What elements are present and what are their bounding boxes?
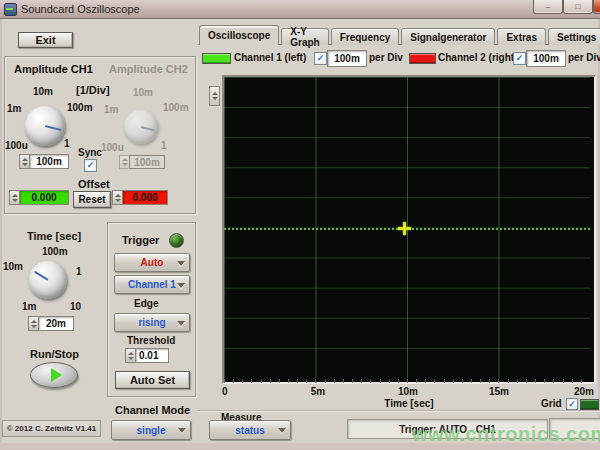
ch2-knob-tick-10m: 10m bbox=[133, 87, 153, 98]
time-knob[interactable] bbox=[29, 261, 67, 299]
amplitude-ch2-value: 100m bbox=[119, 155, 165, 169]
channel1-scale-field[interactable]: 100m bbox=[327, 50, 367, 67]
time-value-spinner[interactable] bbox=[28, 316, 38, 331]
chevron-down-icon bbox=[278, 428, 286, 433]
channel2-enable-checkbox[interactable] bbox=[513, 52, 526, 65]
time-value[interactable]: 20m bbox=[28, 316, 74, 331]
trigger-group: Trigger Auto Channel 1 Edge rising Thres… bbox=[107, 222, 196, 397]
chevron-down-icon bbox=[178, 428, 186, 433]
time-title: Time [sec] bbox=[27, 230, 81, 242]
ch2-knob-needle bbox=[141, 126, 155, 131]
ch1-knob-needle bbox=[45, 125, 62, 131]
channel1-legend-label: Channel 1 (left) bbox=[234, 52, 306, 63]
x-tick-10m: 10m bbox=[395, 386, 421, 397]
offset-ch1-spinner[interactable] bbox=[9, 190, 19, 205]
tab-oscilloscope[interactable]: Oscilloscope bbox=[199, 25, 279, 45]
close-button[interactable]: ✕ bbox=[593, 0, 600, 14]
amplitude-ch2-knob bbox=[124, 110, 158, 144]
ch2-value-spinner bbox=[119, 155, 129, 169]
cursor-crosshair-v[interactable] bbox=[403, 222, 406, 235]
time-knob-tick-100m: 100m bbox=[42, 246, 68, 257]
minimize-button[interactable]: – bbox=[533, 0, 563, 14]
amplitude-ch1-knob[interactable] bbox=[25, 106, 65, 146]
minimize-icon: – bbox=[546, 2, 550, 11]
ch2-knob-tick-1: 1 bbox=[161, 140, 167, 151]
grid-checkbox[interactable] bbox=[566, 398, 578, 410]
ch1-knob-tick-1m: 1m bbox=[7, 103, 21, 114]
x-tick-15m: 15m bbox=[486, 386, 512, 397]
channel1-per-div-label: per Div bbox=[369, 52, 403, 63]
scope-plot-area[interactable] bbox=[224, 77, 590, 378]
time-knob-tick-1: 1 bbox=[76, 266, 82, 277]
ch1-knob-tick-1: 1 bbox=[64, 138, 70, 149]
tab-page-divider bbox=[198, 410, 600, 411]
channel-mode-dropdown[interactable]: single bbox=[111, 420, 191, 440]
time-knob-tick-1m: 1m bbox=[22, 301, 36, 312]
tab-signalgenerator[interactable]: Signalgenerator bbox=[401, 28, 495, 45]
threshold-spinner[interactable] bbox=[125, 348, 135, 363]
watermark: www.cntronics.com bbox=[412, 423, 600, 446]
x-tick-5m: 5m bbox=[307, 386, 329, 397]
channel2-per-div-label: per Div bbox=[568, 52, 600, 63]
trigger-edge-dropdown[interactable]: rising bbox=[114, 313, 190, 332]
chevron-down-icon bbox=[177, 283, 185, 288]
ch1-knob-tick-100u: 100u bbox=[5, 140, 28, 151]
amplitude-group: Amplitude CH1 Amplitude CH2 [1/Div] 10m … bbox=[4, 56, 196, 214]
tab-extras[interactable]: Extras bbox=[497, 28, 546, 45]
grid-color-swatch bbox=[580, 399, 599, 410]
amplitude-ch1-title: Amplitude CH1 bbox=[14, 63, 93, 75]
copyright-bar: © 2012 C. Zeitnitz V1.41 bbox=[2, 420, 101, 437]
app-window: Soundcard Oszilloscope – □ ✕ Exit Amplit… bbox=[0, 0, 600, 450]
per-div-unit-label: [1/Div] bbox=[76, 84, 110, 96]
tab-frequency[interactable]: Frequency bbox=[331, 28, 400, 45]
ch2-knob-tick-1m: 1m bbox=[104, 104, 118, 115]
tab-settings[interactable]: Settings bbox=[548, 28, 600, 45]
x-tick-0: 0 bbox=[222, 386, 228, 397]
amplitude-ch1-value[interactable]: 100m bbox=[19, 154, 69, 169]
amplitude-ch2-title: Amplitude CH2 bbox=[109, 63, 188, 75]
ch2-knob-tick-100u: 100u bbox=[101, 142, 124, 153]
maximize-button[interactable]: □ bbox=[563, 0, 593, 14]
ch1-knob-tick-10m: 10m bbox=[33, 86, 53, 97]
offset-ch1-field[interactable]: 0.000 bbox=[9, 190, 69, 205]
edge-label: Edge bbox=[134, 298, 158, 309]
grid-label: Grid bbox=[541, 398, 562, 409]
channel1-enable-checkbox[interactable] bbox=[314, 52, 327, 65]
auto-set-button[interactable]: Auto Set bbox=[115, 371, 190, 389]
y-offset-spinner[interactable] bbox=[209, 86, 220, 106]
run-icon bbox=[51, 368, 62, 382]
trigger-title: Trigger bbox=[122, 234, 159, 246]
tab-xy-graph[interactable]: X-Y Graph bbox=[281, 28, 328, 45]
ch1-knob-tick-100m: 100m bbox=[67, 102, 93, 113]
runstop-label: Run/Stop bbox=[30, 348, 79, 360]
channel2-legend-label: Channel 2 (right) bbox=[438, 52, 517, 63]
channel2-scale-field[interactable]: 100m bbox=[526, 50, 566, 67]
trigger-mode-dropdown[interactable]: Auto bbox=[114, 253, 190, 272]
offset-reset-button[interactable]: Reset bbox=[73, 191, 111, 208]
x-axis-minor-ticks bbox=[224, 379, 590, 383]
offset-ch2-spinner[interactable] bbox=[112, 190, 122, 205]
app-icon bbox=[4, 3, 17, 16]
ch2-knob-tick-100m: 100m bbox=[163, 102, 189, 113]
sync-checkbox[interactable] bbox=[84, 159, 97, 172]
trigger-led bbox=[169, 233, 184, 248]
x-tick-20m: 20m bbox=[568, 386, 594, 397]
offset-title: Offset bbox=[78, 178, 110, 190]
channel-mode-label: Channel Mode bbox=[115, 404, 190, 416]
chevron-down-icon bbox=[177, 321, 185, 326]
runstop-button[interactable] bbox=[30, 362, 78, 388]
trigger-source-dropdown[interactable]: Channel 1 bbox=[114, 275, 190, 294]
exit-button[interactable]: Exit bbox=[18, 32, 73, 48]
title-bar[interactable]: Soundcard Oszilloscope bbox=[0, 0, 600, 19]
window-border-left bbox=[0, 19, 2, 443]
threshold-label: Threshold bbox=[127, 335, 175, 346]
time-knob-needle bbox=[34, 271, 49, 281]
ch1-value-spinner[interactable] bbox=[19, 154, 29, 169]
time-knob-tick-10: 10 bbox=[70, 301, 81, 312]
threshold-field[interactable]: 0.01 bbox=[125, 348, 169, 363]
measure-dropdown[interactable]: status bbox=[209, 420, 291, 440]
channel2-color-swatch bbox=[409, 53, 436, 64]
time-knob-tick-10m: 10m bbox=[3, 261, 23, 272]
offset-ch2-field[interactable]: 0.000 bbox=[112, 190, 168, 205]
sync-label: Sync bbox=[78, 147, 102, 158]
